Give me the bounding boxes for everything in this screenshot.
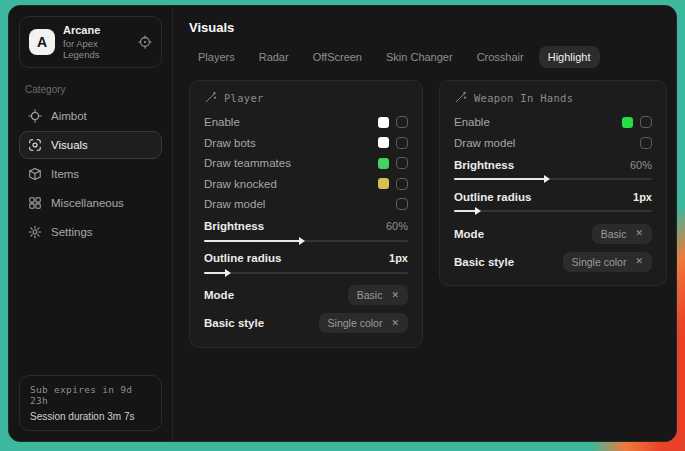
setting-label: Draw knocked — [204, 178, 277, 190]
tag-label: Single color — [572, 256, 627, 268]
slider-thumb[interactable] — [225, 269, 231, 277]
close-icon[interactable]: ✕ — [391, 319, 399, 328]
sidebar-nav: AimbotVisualsItemsMiscellaneousSettings — [19, 101, 162, 247]
setting-label: Draw model — [204, 198, 265, 210]
slider-value: 1px — [389, 252, 408, 264]
slider[interactable] — [454, 174, 652, 185]
checkbox[interactable] — [396, 137, 408, 149]
slider-thumb[interactable] — [299, 237, 305, 245]
category-label: Category — [25, 84, 156, 95]
setting-label: Draw bots — [204, 137, 256, 149]
tag-label: Single color — [328, 317, 383, 329]
checkbox[interactable] — [396, 198, 408, 210]
color-swatch[interactable] — [378, 117, 389, 128]
tag-row-mode: ModeBasic✕ — [454, 222, 652, 245]
target-icon[interactable] — [138, 35, 152, 49]
tab-skin-changer[interactable]: Skin Changer — [377, 46, 462, 68]
session-duration-text: Session duration 3m 7s — [30, 411, 151, 422]
sidebar-item-aimbot[interactable]: Aimbot — [19, 102, 162, 130]
crosshair-icon — [28, 109, 42, 123]
slider-fill — [454, 178, 547, 180]
tag-basic[interactable]: Basic✕ — [348, 285, 408, 305]
color-swatch[interactable] — [622, 117, 633, 128]
slider-thumb[interactable] — [475, 207, 481, 215]
focus-icon — [28, 138, 42, 152]
setting-label: Brightness — [454, 159, 514, 171]
checkbox[interactable] — [396, 157, 408, 169]
slider-thumb[interactable] — [544, 175, 550, 183]
tab-players[interactable]: Players — [189, 46, 244, 68]
setting-label: Mode — [204, 289, 234, 301]
tag-single-color[interactable]: Single color✕ — [319, 313, 408, 333]
setting-row-enable: Enable — [204, 112, 408, 133]
color-swatch[interactable] — [378, 178, 389, 189]
app-card: A Arcane for Apex Legends — [19, 16, 162, 68]
sidebar-item-visuals[interactable]: Visuals — [19, 131, 162, 159]
main-content: Visuals PlayersRadarOffScreenSkin Change… — [173, 6, 677, 441]
tab-radar[interactable]: Radar — [250, 46, 298, 68]
sidebar-item-settings[interactable]: Settings — [19, 218, 162, 246]
tag-single-color[interactable]: Single color✕ — [563, 252, 652, 272]
slider-row-outline-radius: Outline radius1px — [204, 250, 408, 279]
slider-value: 60% — [630, 159, 652, 171]
tag-label: Basic — [601, 228, 627, 240]
tag-row-basic-style: Basic styleSingle color✕ — [204, 312, 408, 335]
grid-icon — [28, 196, 42, 210]
cube-icon — [28, 167, 42, 181]
gear-icon — [28, 225, 42, 239]
panel-header: Weapon In Hands — [454, 91, 652, 104]
sidebar-item-items[interactable]: Items — [19, 160, 162, 188]
tag-label: Basic — [357, 289, 383, 301]
panel-header: Player — [204, 91, 408, 104]
close-icon[interactable]: ✕ — [391, 291, 399, 300]
app-window: A Arcane for Apex Legends Category Aimbo… — [8, 5, 677, 442]
tag-row-basic-style: Basic styleSingle color✕ — [454, 250, 652, 273]
color-swatch[interactable] — [378, 158, 389, 169]
close-icon[interactable]: ✕ — [635, 229, 643, 238]
slider[interactable] — [204, 236, 408, 247]
slider-row-brightness: Brightness60% — [454, 156, 652, 185]
panel-title: Player — [224, 92, 264, 104]
sidebar-item-miscellaneous[interactable]: Miscellaneous — [19, 189, 162, 217]
checkbox[interactable] — [640, 116, 652, 128]
tab-bar: PlayersRadarOffScreenSkin ChangerCrossha… — [189, 46, 667, 68]
setting-label: Outline radius — [204, 252, 281, 264]
slider-value: 1px — [633, 191, 652, 203]
sidebar-spacer — [19, 247, 162, 375]
setting-row-draw-knocked: Draw knocked — [204, 174, 408, 195]
checkbox[interactable] — [640, 137, 652, 149]
sidebar-item-label: Aimbot — [51, 110, 87, 122]
checkbox[interactable] — [396, 116, 408, 128]
checkbox[interactable] — [396, 178, 408, 190]
app-logo: A — [29, 29, 55, 55]
setting-label: Mode — [454, 228, 484, 240]
panels: PlayerEnableDraw botsDraw teammatesDraw … — [189, 80, 667, 348]
slider-value: 60% — [386, 220, 408, 232]
app-name: Arcane — [63, 24, 130, 36]
tag-basic[interactable]: Basic✕ — [592, 224, 652, 244]
tag-row-mode: ModeBasic✕ — [204, 284, 408, 307]
row-controls — [378, 116, 408, 128]
slider-fill — [204, 240, 302, 242]
slider[interactable] — [454, 206, 652, 217]
setting-label: Outline radius — [454, 191, 531, 203]
slider-track — [454, 210, 652, 212]
row-controls — [378, 137, 408, 149]
tab-highlight[interactable]: Highlight — [539, 46, 600, 68]
close-icon[interactable]: ✕ — [635, 257, 643, 266]
app-meta: Arcane for Apex Legends — [63, 24, 130, 60]
slider-row-outline-radius: Outline radius1px — [454, 188, 652, 217]
color-swatch[interactable] — [378, 137, 389, 148]
row-controls — [396, 198, 408, 210]
slider-labels: Outline radius1px — [454, 188, 652, 205]
slider[interactable] — [204, 268, 408, 279]
slider-labels: Brightness60% — [204, 218, 408, 235]
tab-offscreen[interactable]: OffScreen — [304, 46, 371, 68]
row-controls — [622, 116, 652, 128]
row-controls — [640, 137, 652, 149]
setting-label: Enable — [204, 116, 240, 128]
slider-labels: Outline radius1px — [204, 250, 408, 267]
panel-player: PlayerEnableDraw botsDraw teammatesDraw … — [189, 80, 423, 348]
setting-label: Basic style — [454, 256, 514, 268]
tab-crosshair[interactable]: Crosshair — [468, 46, 533, 68]
